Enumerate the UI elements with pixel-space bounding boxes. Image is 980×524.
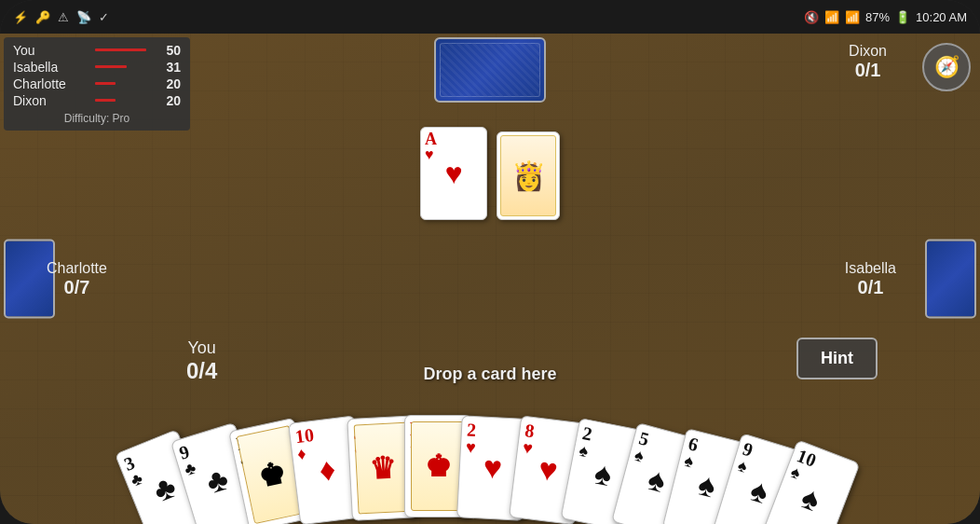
score-bar-dixon-wrap	[95, 99, 158, 103]
hand-suit-1: ♣	[183, 460, 198, 479]
isabella-player-area: Isabella 0/1	[845, 260, 896, 298]
score-bar-charlotte	[95, 82, 116, 85]
alert-icon: ⚠	[58, 10, 69, 24]
score-bar-dixon	[95, 99, 116, 102]
score-row-dixon: Dixon 20	[13, 93, 181, 108]
score-bar-charlotte-wrap	[95, 82, 158, 86]
hand-center-11: ♠	[746, 473, 772, 512]
signal-icon: 📶	[845, 10, 860, 24]
drop-zone[interactable]: Drop a card here	[423, 365, 556, 384]
hand-center-10: ♠	[695, 466, 720, 504]
compass-button[interactable]: 🧭	[922, 43, 971, 91]
score-row-charlotte: Charlotte 20	[13, 76, 181, 91]
score-value-dixon: 20	[166, 93, 181, 108]
hand-suit-6: ♥	[466, 439, 477, 457]
score-bar-you-wrap	[95, 48, 158, 52]
usb-icon: ⚡	[13, 10, 28, 24]
top-deck	[434, 37, 546, 103]
wifi-off-icon: 📡	[76, 10, 91, 24]
key-icon: 🔑	[35, 10, 50, 24]
dixon-score: 0/1	[849, 60, 887, 81]
charlotte-player-area: Charlotte 0/7	[47, 260, 107, 298]
hand-center-0: ♣	[148, 469, 181, 510]
score-row-you: You 50	[13, 43, 181, 58]
hand-suit-7: ♥	[522, 439, 534, 457]
ace-suit: ♥	[425, 147, 434, 162]
play-area: A ♥ ♥ Q ♥ 👸	[420, 127, 560, 220]
played-card-ace[interactable]: A ♥ ♥	[420, 127, 487, 220]
right-deck-card[interactable]	[925, 240, 976, 319]
score-bar-you	[95, 48, 146, 51]
hand-center-6: ♥	[483, 450, 503, 487]
phone-frame: ⚡ 🔑 ⚠ 📡 ✓ 🔇 📶 📶 87% 🔋 10:20 AM You 50	[0, 0, 980, 524]
hand-center-8: ♠	[592, 456, 615, 494]
hand-center-9: ♠	[644, 462, 669, 500]
isabella-score: 0/1	[845, 277, 896, 298]
score-row-isabella: Isabella 31	[13, 60, 181, 75]
hand-rank-6: 2	[466, 421, 476, 439]
isabella-name: Isabella	[845, 260, 896, 277]
you-score: 0/4	[186, 358, 217, 384]
hand-rank-3: 10	[294, 425, 315, 446]
score-name-isabella: Isabella	[13, 60, 88, 75]
wifi-icon: 📶	[824, 10, 839, 24]
hand-suit-10: ♠	[683, 452, 696, 471]
score-name-you: You	[13, 43, 88, 58]
game-area: You 50 Isabella 31 Charlotte 20	[0, 34, 980, 524]
you-name: You	[186, 338, 217, 358]
hand-center-3: ♦	[318, 451, 338, 489]
hand-center-12: ♠	[796, 480, 824, 519]
hand-suit-8: ♠	[578, 442, 590, 460]
score-value-isabella: 31	[166, 60, 181, 75]
hand-rank-7: 8	[524, 421, 535, 440]
hand-suit-12: ♠	[789, 463, 803, 482]
ace-center-suit: ♥	[445, 157, 463, 191]
dixon-player-area: Dixon 0/1	[849, 43, 887, 81]
compass-icon: 🧭	[934, 55, 960, 79]
status-right-icons: 🔇 📶 📶 87% 🔋 10:20 AM	[804, 10, 967, 24]
charlotte-name: Charlotte	[47, 260, 107, 277]
score-bar-isabella-wrap	[95, 65, 158, 69]
score-value-you: 50	[166, 43, 181, 58]
queen-face: 👸	[500, 135, 556, 216]
check-icon: ✓	[99, 10, 109, 24]
hand-suit-0: ♣	[129, 470, 145, 490]
hand-suit-3: ♦	[296, 445, 306, 462]
hand-area: 3 ♣ ♣ 9 ♣ ♣ K ♣ ♚ 10 ♦ ♦	[0, 389, 980, 524]
score-bar-isabella	[95, 65, 127, 68]
score-name-dixon: Dixon	[13, 93, 88, 108]
you-player-area: You 0/4	[186, 338, 217, 384]
difficulty-label: Difficulty: Pro	[13, 112, 181, 125]
battery-value: 87%	[865, 10, 890, 24]
status-bar: ⚡ 🔑 ⚠ 📡 ✓ 🔇 📶 📶 87% 🔋 10:20 AM	[0, 0, 980, 34]
hand-suit-9: ♠	[633, 447, 646, 465]
hint-button[interactable]: Hint	[796, 338, 878, 379]
mute-icon: 🔇	[804, 10, 819, 24]
charlotte-score: 0/7	[47, 277, 107, 298]
score-name-charlotte: Charlotte	[13, 76, 88, 91]
dixon-name: Dixon	[849, 43, 887, 60]
hand-center-7: ♥	[537, 451, 560, 489]
deck-card-top[interactable]	[434, 37, 546, 103]
clock: 10:20 AM	[916, 10, 967, 24]
hand-center-1: ♣	[202, 461, 232, 501]
score-panel: You 50 Isabella 31 Charlotte 20	[4, 37, 190, 131]
played-card-queen[interactable]: Q ♥ 👸	[497, 131, 560, 220]
battery-icon: 🔋	[895, 10, 910, 24]
ace-rank: A	[425, 131, 437, 147]
right-side-deck	[925, 240, 976, 319]
hand-suit-11: ♠	[736, 457, 749, 476]
score-value-charlotte: 20	[166, 76, 181, 91]
status-left-icons: ⚡ 🔑 ⚠ 📡 ✓	[13, 10, 109, 24]
